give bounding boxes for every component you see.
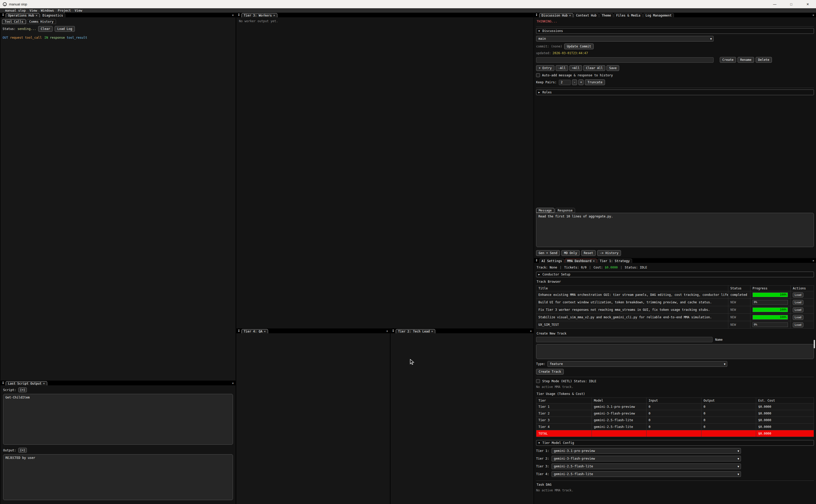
output-textarea[interactable]: REJECTED by user (3, 454, 233, 500)
tab-context-hub[interactable]: Context Hub (574, 13, 599, 17)
tab-last-script-output[interactable]: Last Script Output ✕ (6, 381, 47, 385)
update-commit-button[interactable]: Update Commit (564, 44, 594, 49)
discussions-section-header[interactable]: ▼ Discussions (536, 28, 814, 34)
progress-bar: 100% (753, 307, 788, 312)
add-entry-button[interactable]: + Entry (536, 65, 554, 71)
tier3-model-select[interactable]: gemini-2.5-flash-lite ▼ (552, 464, 741, 469)
panel-close-icon[interactable]: ✕ (811, 13, 816, 17)
tab-tier4-qa[interactable]: Tier 4: QA ✕ (241, 329, 268, 333)
tier3-label: Tier 3: (536, 465, 550, 468)
panel-close-icon[interactable]: ✕ (230, 381, 236, 385)
tab-discussion-hub[interactable]: Discussion Hub ✕ (539, 13, 573, 17)
dock-icon[interactable]: ▼ (1, 382, 6, 385)
tab-message[interactable]: Message (536, 208, 554, 213)
tab-tier3-workers[interactable]: Tier 3: Workers ✕ (241, 13, 277, 17)
dock-icon[interactable]: ▼ (236, 330, 241, 332)
collapse-all-button[interactable]: -All (556, 65, 568, 71)
subtab-comms-history[interactable]: Comms History (27, 19, 56, 24)
track-name-input[interactable] (536, 337, 713, 342)
gen-send-button[interactable]: Gen + Send (536, 250, 560, 256)
tab-close-icon[interactable]: ✕ (264, 330, 266, 333)
panel-close-icon[interactable]: ✕ (384, 329, 390, 333)
tab-diagnostics[interactable]: Diagnostics (40, 13, 65, 17)
col-status: Status (728, 286, 750, 291)
save-button[interactable]: Save (607, 65, 619, 71)
tab-close-icon[interactable]: ✕ (36, 14, 37, 17)
load-log-button[interactable]: Load Log (55, 26, 75, 32)
tier2-model-select[interactable]: gemini-3-flash-preview ▼ (552, 456, 741, 461)
tier1-model-select[interactable]: gemini-3.1-pro-preview ▼ (552, 448, 741, 454)
tab-close-icon[interactable]: ✕ (431, 330, 433, 333)
dock-icon[interactable]: ▼ (391, 330, 396, 332)
tab-close-icon[interactable]: ✕ (273, 14, 275, 17)
track-type-select[interactable]: feature ▼ (547, 361, 727, 367)
menu-item-windows[interactable]: Windows (41, 9, 54, 12)
auto-add-checkbox[interactable] (536, 73, 540, 77)
subtab-tool-calls[interactable]: Tool Calls (2, 19, 26, 24)
expand-all-button[interactable]: +All (569, 65, 582, 71)
close-icon[interactable]: ✕ (799, 0, 816, 8)
truncate-button[interactable]: Truncate (585, 79, 605, 85)
tier-model-config-header[interactable]: ▼ Tier Model Config (536, 440, 814, 446)
tier2-techlead-panel: ▼ Tier 2: Tech Lead ✕ ✕ (391, 329, 534, 504)
maximize-icon[interactable]: □ (783, 0, 799, 8)
panel-close-icon[interactable]: ✕ (811, 259, 816, 262)
step-mode-checkbox[interactable] (536, 379, 540, 383)
roles-section-header[interactable]: ▶ Roles (536, 90, 814, 95)
panel-close-icon[interactable]: ✕ (528, 329, 534, 333)
tab-response[interactable]: Response (555, 208, 575, 213)
usage-total-row: TOTAL $0.0000 (536, 430, 814, 437)
create-track-button[interactable]: Create Track (536, 369, 564, 375)
tab-tier2-techlead[interactable]: Tier 2: Tech Lead ✕ (396, 329, 435, 333)
output-expand-button[interactable]: [+] (18, 448, 27, 453)
tier4-model-select[interactable]: gemini-2.5-flash-lite ▼ (552, 471, 741, 477)
dock-icon[interactable]: ▼ (1, 14, 6, 17)
menu-item-app[interactable]: manual slop (5, 9, 26, 12)
tab-ai-settings[interactable]: AI Settings (539, 259, 564, 263)
conductor-setup-header[interactable]: ▶ Conductor Setup (536, 272, 814, 277)
workers-empty-text: No worker output yet. (239, 19, 531, 23)
menu-item-project[interactable]: Project (58, 9, 71, 12)
clear-button[interactable]: Clear (38, 26, 53, 32)
to-history-button[interactable]: -> History (597, 250, 621, 256)
dock-icon[interactable]: ▼ (534, 14, 539, 17)
menu-item-view[interactable]: View (29, 9, 37, 12)
discussion-branch-select[interactable]: main ▼ (536, 36, 714, 42)
load-button[interactable]: Load (793, 307, 803, 312)
panel-close-icon[interactable]: ✕ (230, 13, 236, 17)
reset-button[interactable]: Reset (581, 250, 596, 256)
tab-close-icon[interactable]: ✕ (43, 382, 45, 385)
scrollbar-thumb[interactable] (814, 340, 815, 348)
load-button[interactable]: Load (793, 322, 803, 327)
tab-operations-hub[interactable]: Operations Hub ✕ (6, 13, 40, 17)
tab-theme[interactable]: Theme (599, 13, 613, 17)
tab-log-management[interactable]: Log Management (643, 13, 674, 17)
rename-button[interactable]: Rename (738, 57, 754, 63)
tab-mma-dashboard[interactable]: MMA Dashboard ✕ (565, 259, 597, 263)
discussion-name-input[interactable] (536, 57, 714, 63)
keep-pairs-input[interactable] (559, 80, 571, 85)
script-textarea[interactable]: Get-ChildItem (3, 394, 233, 445)
keep-pairs-plus-button[interactable]: + (578, 79, 584, 85)
delete-button[interactable]: Delete (756, 57, 772, 63)
track-description-textarea[interactable] (536, 344, 814, 359)
script-expand-button[interactable]: [+] (18, 387, 27, 392)
tier4-label: Tier 4: (536, 472, 550, 476)
tab-tier1-strategy[interactable]: Tier 1: Strategy (597, 259, 632, 263)
message-textarea[interactable]: Read the first 10 lines of aggregate.py. (536, 213, 814, 247)
md-only-button[interactable]: MD Only (561, 250, 580, 256)
clear-all-button[interactable]: Clear All (583, 65, 605, 71)
load-button[interactable]: Load (793, 292, 803, 297)
dock-icon[interactable]: ▼ (534, 259, 539, 262)
tab-close-icon[interactable]: ✕ (593, 259, 595, 263)
track-status: NEW (728, 306, 750, 314)
tab-close-icon[interactable]: ✕ (569, 14, 571, 17)
load-button[interactable]: Load (793, 315, 803, 320)
create-button[interactable]: Create (720, 57, 736, 63)
load-button[interactable]: Load (793, 300, 803, 305)
minimize-icon[interactable]: — (766, 0, 783, 8)
menu-item-view2[interactable]: View (75, 9, 82, 12)
tab-files-media[interactable]: Files & Media (614, 13, 643, 17)
keep-pairs-minus-button[interactable]: - (572, 79, 577, 85)
dock-icon[interactable]: ▼ (236, 14, 241, 17)
